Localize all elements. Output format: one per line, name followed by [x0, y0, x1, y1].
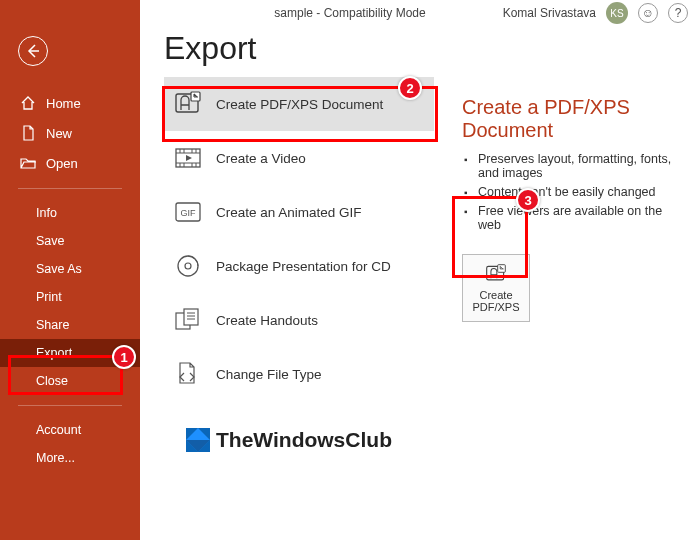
- sidebar-item-label: Print: [36, 290, 62, 304]
- export-opt-pdf-xps[interactable]: Create PDF/XPS Document: [164, 77, 434, 131]
- export-opt-label: Create Handouts: [216, 313, 318, 328]
- action-label: Create PDF/XPS: [463, 289, 529, 313]
- export-opt-handouts[interactable]: Create Handouts: [164, 293, 434, 347]
- main-pane: Export Create PDF/XPS Document Create a …: [140, 0, 700, 540]
- export-detail-column: Create a PDF/XPS Document Preserves layo…: [462, 30, 678, 540]
- sidebar-item-open[interactable]: Open: [0, 148, 140, 178]
- folder-open-icon: [20, 155, 36, 171]
- sidebar-item-label: Export: [36, 346, 72, 360]
- sidebar-item-home[interactable]: Home: [0, 88, 140, 118]
- export-options-column: Export Create PDF/XPS Document Create a …: [164, 30, 434, 540]
- sidebar-item-account[interactable]: Account: [0, 416, 140, 444]
- export-opt-label: Create an Animated GIF: [216, 205, 362, 220]
- sidebar-item-save[interactable]: Save: [0, 227, 140, 255]
- export-opt-label: Create a Video: [216, 151, 306, 166]
- file-icon: [20, 125, 36, 141]
- export-opt-change-file-type[interactable]: Change File Type: [164, 347, 434, 401]
- export-opt-label: Create PDF/XPS Document: [216, 97, 383, 112]
- export-opt-label: Package Presentation for CD: [216, 259, 391, 274]
- change-file-type-icon: [174, 361, 202, 387]
- back-button[interactable]: [18, 36, 48, 66]
- detail-bullets: Preserves layout, formatting, fonts, and…: [462, 152, 678, 232]
- home-icon: [20, 95, 36, 111]
- sidebar-item-close[interactable]: Close: [0, 367, 140, 395]
- pdf-icon: [174, 91, 202, 117]
- detail-bullet: Free viewers are available on the web: [462, 204, 678, 232]
- cd-icon: [174, 253, 202, 279]
- sidebar-item-label: Account: [36, 423, 81, 437]
- sidebar-item-info[interactable]: Info: [0, 199, 140, 227]
- sidebar-item-label: Info: [36, 206, 57, 220]
- watermark: TheWindowsClub: [184, 426, 392, 454]
- export-opt-video[interactable]: Create a Video: [164, 131, 434, 185]
- video-icon: [174, 145, 202, 171]
- export-opt-gif[interactable]: GIF Create an Animated GIF: [164, 185, 434, 239]
- watermark-text: TheWindowsClub: [216, 428, 392, 452]
- sidebar-item-export[interactable]: Export: [0, 339, 140, 367]
- detail-bullet: Content can't be easily changed: [462, 185, 678, 199]
- svg-point-6: [185, 263, 191, 269]
- sidebar-item-label: New: [46, 126, 72, 141]
- page-title: Export: [164, 30, 434, 67]
- detail-bullet: Preserves layout, formatting, fonts, and…: [462, 152, 678, 180]
- thewindowsclub-logo-icon: [184, 426, 212, 454]
- detail-title: Create a PDF/XPS Document: [462, 96, 678, 142]
- export-opt-package-cd[interactable]: Package Presentation for CD: [164, 239, 434, 293]
- sidebar-item-label: Home: [46, 96, 81, 111]
- divider: [18, 188, 122, 189]
- sidebar-item-label: Share: [36, 318, 69, 332]
- sidebar-item-print[interactable]: Print: [0, 283, 140, 311]
- svg-rect-8: [184, 309, 198, 325]
- handouts-icon: [174, 307, 202, 333]
- backstage-sidebar: Home New Open Info Save Save As Print Sh…: [0, 0, 140, 540]
- svg-text:GIF: GIF: [181, 208, 197, 218]
- sidebar-item-label: Save As: [36, 262, 82, 276]
- sidebar-item-share[interactable]: Share: [0, 311, 140, 339]
- sidebar-item-more[interactable]: More...: [0, 444, 140, 472]
- create-pdf-xps-button[interactable]: Create PDF/XPS: [462, 254, 530, 322]
- sidebar-item-new[interactable]: New: [0, 118, 140, 148]
- export-opt-label: Change File Type: [216, 367, 322, 382]
- sidebar-item-label: Save: [36, 234, 65, 248]
- sidebar-item-label: Open: [46, 156, 78, 171]
- sidebar-item-label: Close: [36, 374, 68, 388]
- pdf-export-icon: [484, 263, 508, 285]
- sidebar-item-save-as[interactable]: Save As: [0, 255, 140, 283]
- arrow-left-icon: [25, 43, 41, 59]
- sidebar-item-label: More...: [36, 451, 75, 465]
- divider: [18, 405, 122, 406]
- gif-icon: GIF: [174, 199, 202, 225]
